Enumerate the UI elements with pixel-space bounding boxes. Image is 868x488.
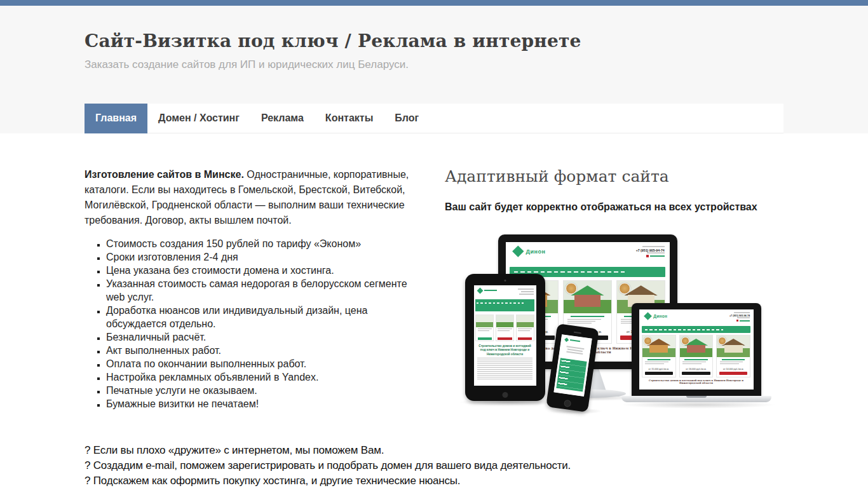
- list-item: Оплата по окончании выполненных работ.: [106, 357, 423, 370]
- mini-site-paragraph: [477, 358, 532, 380]
- diamond-logo-icon: [512, 246, 524, 257]
- list-item: Доработка нюансов или индивидуальный диз…: [106, 304, 423, 330]
- mini-site-laptop: Динон +7 (951) 905-94-74 от 15.000 руб.: [639, 309, 754, 390]
- diamond-logo-icon: [477, 287, 483, 294]
- phone-home-button-icon: [563, 400, 571, 407]
- site-header: Сайт-Визитка под ключ / Реклама в интерн…: [0, 6, 868, 133]
- main-content: Изготовление сайтов в Минске. Однострани…: [0, 167, 868, 488]
- nav-item-blog[interactable]: Блог: [384, 104, 430, 133]
- phone-screen: [553, 334, 592, 396]
- mini-site-nav: [642, 326, 750, 332]
- nav-item-home[interactable]: Главная: [85, 104, 147, 133]
- adaptive-subheading: Ваш сайт будет корректно отображаться на…: [445, 201, 783, 213]
- list-item: Бумажные визитки не печатаем!: [106, 397, 423, 410]
- mini-site-heading: Строительство домов и коттеджей под ключ…: [644, 379, 749, 385]
- house-photo: [564, 281, 611, 313]
- top-accent-bar: [0, 0, 868, 6]
- list-item: Стоимость создания 150 рублей по тарифу …: [106, 237, 423, 250]
- list-item: Цена указана без стоимости домена и хост…: [106, 264, 423, 277]
- mini-site-tablet: Строительство домов и коттеджей под ключ…: [474, 285, 536, 386]
- help-note-line: ? Создадим e-mail, поможем зарегистриров…: [85, 458, 783, 473]
- help-note: ? Если вы плохо «дружите» с интернетом, …: [85, 443, 783, 488]
- tablet-camera-icon: [504, 280, 506, 281]
- list-item: Печатные услуги не оказываем.: [106, 384, 423, 397]
- phone-speaker-icon: [573, 332, 581, 334]
- mail-icon: [646, 255, 649, 257]
- services-column: Изготовление сайтов в Минске. Однострани…: [85, 167, 423, 423]
- page-subtitle: Заказать создание сайтов для ИП и юридич…: [85, 58, 783, 71]
- main-nav: Главная Домен / Хостинг Реклама Контакты…: [85, 104, 783, 133]
- nav-item-advertising[interactable]: Реклама: [250, 104, 315, 133]
- responsive-devices-image: Динон +7 (951) 905-94-74: [456, 226, 773, 423]
- mini-site-logo: Динон: [512, 246, 546, 257]
- mockup-laptop: Динон +7 (951) 905-94-74 от 15.000 руб.: [632, 303, 771, 402]
- mini-site-phone-view: [553, 334, 592, 396]
- diamond-logo-icon: [564, 337, 569, 342]
- adaptive-column: Адаптивный формат сайта Ваш сайт будет к…: [445, 167, 783, 423]
- list-item: Настройка рекламных объявлений в Yandex.: [106, 370, 423, 384]
- mini-site-mobile-menu: [556, 358, 587, 391]
- adaptive-heading: Адаптивный формат сайта: [445, 167, 783, 186]
- diamond-logo-icon: [644, 312, 652, 320]
- services-list: Стоимость создания 150 рублей по тарифу …: [85, 237, 423, 410]
- mail-icon: [736, 320, 738, 322]
- laptop-screen: Динон +7 (951) 905-94-74 от 15.000 руб.: [639, 309, 754, 390]
- nav-item-contacts[interactable]: Контакты: [315, 104, 384, 133]
- page-title: Сайт-Визитка под ключ / Реклама в интерн…: [85, 6, 783, 51]
- tablet-screen: Строительство домов и коттеджей под ключ…: [474, 285, 536, 386]
- mini-site-contacts: +7 (951) 905-94-74: [636, 246, 665, 257]
- nav-item-domain-hosting[interactable]: Домен / Хостинг: [147, 104, 250, 133]
- mini-site-phone: +7 (951) 905-94-74: [729, 315, 750, 318]
- material-inset-icon: [619, 283, 630, 294]
- laptop-base: [621, 396, 771, 402]
- mini-site-nav: [475, 299, 534, 311]
- help-note-line: ? Подскажем как оформить покупку хостинг…: [85, 473, 783, 488]
- list-item: Безналичный расчёт.: [106, 330, 423, 344]
- material-inset-icon: [566, 283, 577, 294]
- mini-site-name: Динон: [526, 248, 546, 255]
- help-note-line: ? Если вы плохо «дружите» с интернетом, …: [85, 443, 783, 458]
- list-item: Акт выполненных работ.: [106, 344, 423, 357]
- intro-bold-text: Изготовление сайтов в Минске.: [85, 169, 244, 180]
- tablet-home-button-icon: [502, 392, 508, 398]
- list-item: Указанная стоимость самая недорогая в бе…: [106, 277, 423, 304]
- mockup-tablet: Строительство домов и коттеджей под ключ…: [465, 274, 545, 401]
- list-item: Сроки изготовления 2-4 дня: [106, 250, 423, 264]
- mini-site-phone: +7 (951) 905-94-74: [636, 248, 665, 252]
- intro-paragraph: Изготовление сайтов в Минске. Однострани…: [85, 167, 423, 228]
- mini-site-heading: Строительство домов и коттеджей под ключ…: [477, 344, 532, 356]
